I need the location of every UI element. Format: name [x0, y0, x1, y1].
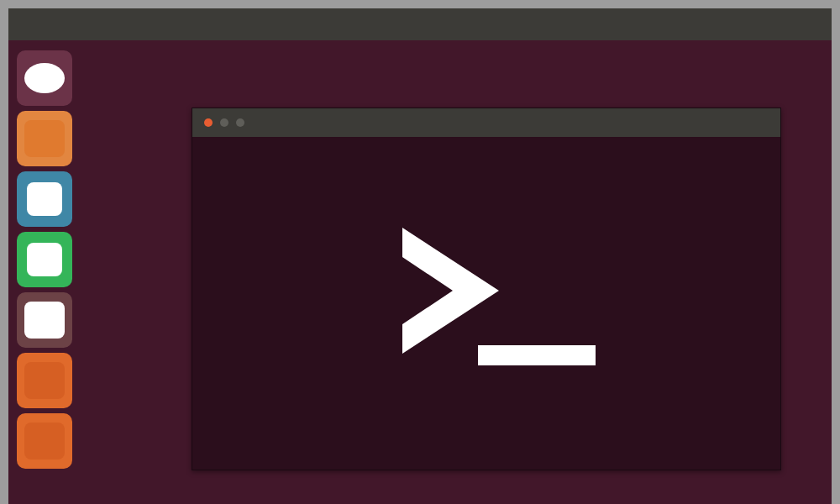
app-3-icon	[27, 182, 62, 216]
desktop	[8, 8, 832, 504]
launcher-item-app-7[interactable]	[17, 413, 72, 469]
svg-rect-2	[478, 345, 596, 365]
launcher-item-app-2[interactable]	[17, 111, 72, 166]
launcher-dock	[17, 50, 82, 469]
launcher-item-dash-home[interactable]	[17, 50, 72, 106]
terminal-prompt-icon	[360, 219, 612, 387]
app-5-icon	[24, 302, 65, 339]
app-7-icon	[24, 423, 65, 459]
window-control-maximize-icon[interactable]	[236, 118, 244, 127]
svg-marker-1	[402, 228, 499, 354]
top-panel	[8, 8, 832, 40]
terminal-window[interactable]	[192, 108, 781, 470]
terminal-titlebar[interactable]	[192, 108, 780, 137]
app-6-icon	[24, 362, 65, 399]
window-control-close-icon[interactable]	[204, 118, 213, 127]
launcher-item-app-6[interactable]	[17, 353, 72, 408]
terminal-body[interactable]	[192, 137, 780, 470]
dash-home-icon	[23, 61, 66, 95]
svg-point-0	[24, 63, 65, 93]
app-4-icon	[27, 243, 62, 276]
launcher-item-app-3[interactable]	[17, 171, 72, 227]
launcher-item-app-5[interactable]	[17, 292, 72, 348]
window-control-minimize-icon[interactable]	[220, 118, 228, 127]
app-2-icon	[24, 120, 65, 157]
launcher-item-app-4[interactable]	[17, 232, 72, 287]
monitor-frame	[0, 0, 840, 504]
